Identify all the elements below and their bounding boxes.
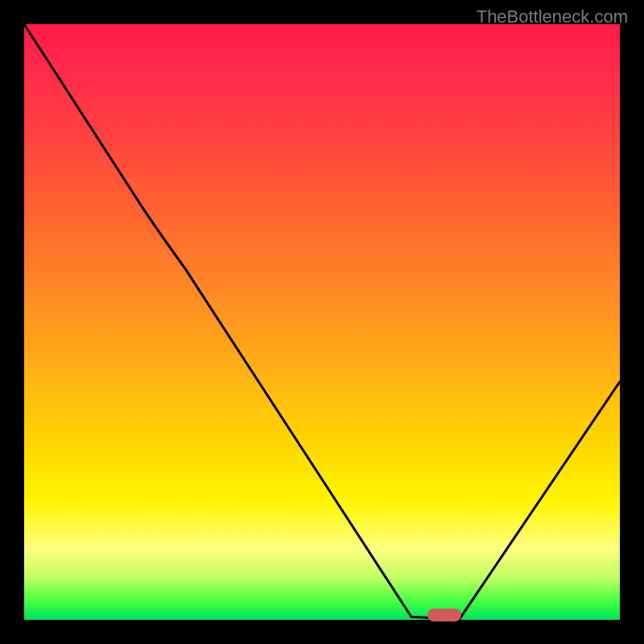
optimal-point-marker bbox=[427, 609, 461, 621]
chart-plot-area bbox=[24, 24, 620, 620]
bottleneck-curve bbox=[24, 24, 620, 620]
watermark-text: TheBottleneck.com bbox=[477, 6, 628, 27]
